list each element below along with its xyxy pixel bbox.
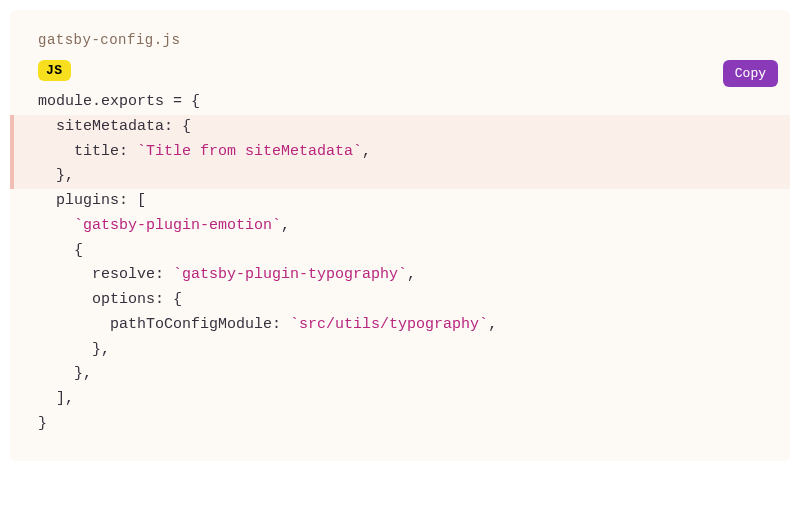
code-token: , [101,341,110,358]
code-token [128,143,137,160]
code-token: } [38,415,47,432]
code-line: pathToConfigModule: `src/utils/typograph… [10,313,790,338]
code-token: pathToConfigModule [38,316,272,333]
code-token: resolve [38,266,155,283]
code-token: { [191,93,200,110]
code-token: , [83,365,92,382]
code-token [38,167,56,184]
filename-label: gatsby-config.js [10,10,790,66]
code-token: , [65,167,74,184]
code-token: `Title from siteMetadata` [137,143,362,160]
code-token [38,365,74,382]
code-token: { [74,242,83,259]
code-token: `gatsby-plugin-emotion` [74,217,281,234]
code-token: plugins [38,192,119,209]
code-token: = [173,93,182,110]
code-token: } [92,341,101,358]
code-token: , [65,390,74,407]
code-token: options [38,291,155,308]
code-token: : [155,266,164,283]
code-token [128,192,137,209]
copy-button[interactable]: Copy [723,60,778,87]
code-line: }, [10,362,790,387]
code-token: ] [56,390,65,407]
code-token: , [488,316,497,333]
code-token [38,341,92,358]
code-token: { [173,291,182,308]
code-token [173,118,182,135]
code-line: options: { [10,288,790,313]
code-token [281,316,290,333]
code-line: }, [10,164,790,189]
code-line: siteMetadata: { [10,115,790,140]
code-line: } [10,412,790,437]
code-token: : [155,291,164,308]
code-token: `src/utils/typography` [290,316,488,333]
code-token [164,266,173,283]
code-token: : [119,192,128,209]
code-token: } [74,365,83,382]
code-line: plugins: [ [10,189,790,214]
code-line: ], [10,387,790,412]
code-line: { [10,239,790,264]
code-line: module.exports = { [10,90,790,115]
code-token: } [56,167,65,184]
code-line: resolve: `gatsby-plugin-typography`, [10,263,790,288]
code-line: `gatsby-plugin-emotion`, [10,214,790,239]
code-token: siteMetadata [38,118,164,135]
code-token: , [362,143,371,160]
code-token: : [164,118,173,135]
code-token: , [407,266,416,283]
language-badge: JS [38,60,71,81]
code-token: exports [101,93,173,110]
code-token [38,242,74,259]
code-line: }, [10,338,790,363]
code-token: { [182,118,191,135]
code-block-container: gatsby-config.js JS Copy module.exports … [10,10,790,461]
code-token [38,217,74,234]
code-token: : [272,316,281,333]
code-token: [ [137,192,146,209]
code-token: . [92,93,101,110]
code-token [164,291,173,308]
code-line: title: `Title from siteMetadata`, [10,140,790,165]
code-token: : [119,143,128,160]
code-token: `gatsby-plugin-typography` [173,266,407,283]
code-token: module [38,93,92,110]
code-token [182,93,191,110]
code-token: title [38,143,119,160]
code-content: module.exports = { siteMetadata: { title… [10,66,790,461]
code-token [38,390,56,407]
code-token: , [281,217,290,234]
